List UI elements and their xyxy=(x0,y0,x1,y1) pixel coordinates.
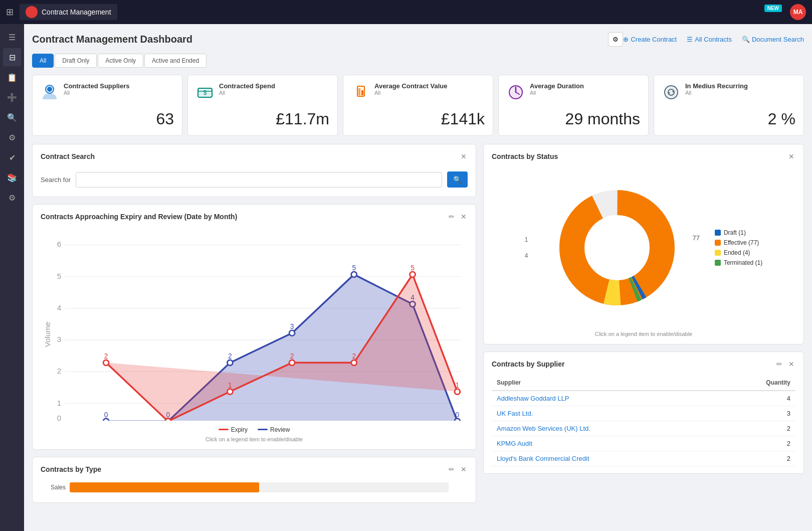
supplier-qty: 2 xyxy=(720,421,795,436)
contracts-by-status-widget: Contracts by Status ✕ 1 4 xyxy=(483,144,804,344)
svg-text:5: 5 xyxy=(352,264,356,272)
legend-review[interactable]: Review xyxy=(258,426,290,433)
supplier-qty: 3 xyxy=(720,406,795,421)
donut-label-4: 4 xyxy=(525,252,528,259)
expiry-review-header: Contracts Approaching Expiry and Review … xyxy=(41,212,468,222)
supplier-name[interactable]: Amazon Web Services (UK) Ltd. xyxy=(492,421,720,436)
supplier-qty: 2 xyxy=(720,436,795,451)
sidebar-add-icon[interactable]: ➕ xyxy=(3,88,21,106)
status-chart-hint: Click on a legend item to enable/disable xyxy=(492,331,795,337)
expiry-close-btn[interactable]: ✕ xyxy=(460,212,468,222)
bar-label-sales: Sales xyxy=(41,484,66,491)
svg-text:5: 5 xyxy=(411,264,415,272)
kpi-duration-name: Average Duration xyxy=(530,82,584,90)
contracts-by-status-header: Contracts by Status ✕ xyxy=(492,151,795,161)
supplier-close-btn[interactable]: ✕ xyxy=(787,359,795,369)
expiry-edit-btn[interactable]: ✏ xyxy=(448,212,456,222)
kpi-suppliers-name: Contracted Suppliers xyxy=(64,82,129,90)
contracts-by-supplier-title: Contracts by Supplier xyxy=(492,360,775,368)
kpi-contracted-spend: $ Contracted Spend All £11.7m xyxy=(187,75,338,136)
expiry-review-widget: Contracts Approaching Expiry and Review … xyxy=(32,204,476,450)
svg-text:0: 0 xyxy=(456,411,460,419)
supplier-name[interactable]: Lloyd's Bank Commercial Credit xyxy=(492,451,720,466)
supplier-name[interactable]: KPMG Audit xyxy=(492,436,720,451)
avatar[interactable]: MA xyxy=(790,4,806,20)
contracts-by-type-chart: Sales xyxy=(41,480,468,492)
kpi-avg-value: Average Contract Value All £141k xyxy=(343,75,493,136)
donut-chart-svg xyxy=(547,178,687,318)
right-column: Contracts by Status ✕ 1 4 xyxy=(483,144,804,503)
legend-terminated-color xyxy=(715,260,721,266)
sidebar-approve-icon[interactable]: ✔ xyxy=(3,148,21,166)
filter-tab-all[interactable]: All xyxy=(32,54,54,68)
sidebar-library-icon[interactable]: 📚 xyxy=(3,168,21,187)
legend-terminated[interactable]: Terminated (1) xyxy=(715,259,762,266)
type-edit-btn[interactable]: ✏ xyxy=(448,464,456,474)
type-close-btn[interactable]: ✕ xyxy=(460,464,468,474)
sidebar-config-icon[interactable]: ⚙ xyxy=(3,189,21,207)
table-row: Addleshaw Goddard LLP4 xyxy=(492,391,795,406)
kpi-recurring-icon xyxy=(662,83,680,105)
sidebar-contracts-icon[interactable]: 📋 xyxy=(3,68,21,86)
contract-search-close-btn[interactable]: ✕ xyxy=(460,151,468,161)
expiry-chart-area: 6 5 4 3 2 1 0 xyxy=(41,228,468,422)
new-badge: NEW xyxy=(764,5,782,12)
status-close-btn[interactable]: ✕ xyxy=(787,151,795,161)
legend-effective-label: Effective (77) xyxy=(724,239,759,246)
kpi-spend-name: Contracted Spend xyxy=(219,82,275,90)
legend-draft-label: Draft (1) xyxy=(724,229,746,236)
legend-ended-label: Ended (4) xyxy=(724,249,750,256)
grid-icon[interactable]: ⊞ xyxy=(6,7,14,18)
svg-text:3: 3 xyxy=(57,335,61,343)
donut-label-1-top: 1 xyxy=(525,236,528,243)
supplier-name[interactable]: UK Fast Ltd. xyxy=(492,406,720,421)
sidebar-menu-icon[interactable]: ☰ xyxy=(3,28,21,46)
all-contracts-label: All Contracts xyxy=(695,36,732,43)
table-row: KPMG Audit2 xyxy=(492,436,795,451)
col-supplier: Supplier xyxy=(492,375,720,391)
kpi-duration-sub: All xyxy=(530,90,584,96)
search-button[interactable]: 🔍 xyxy=(447,171,468,188)
sidebar-dashboard-icon[interactable]: ⊟ xyxy=(3,48,21,66)
expiry-chart-svg: 6 5 4 3 2 1 0 xyxy=(41,228,468,421)
create-contract-action[interactable]: ⊕ Create Contract xyxy=(623,36,677,43)
svg-point-39 xyxy=(351,272,357,277)
supplier-edit-btn[interactable]: ✏ xyxy=(775,359,783,369)
settings-button[interactable]: ⚙ xyxy=(608,32,623,47)
svg-text:1: 1 xyxy=(456,382,460,389)
legend-effective[interactable]: Effective (77) xyxy=(715,239,762,246)
sidebar-search-icon[interactable]: 🔍 xyxy=(3,108,21,126)
legend-expiry[interactable]: Expiry xyxy=(219,426,248,433)
svg-point-41 xyxy=(455,419,460,421)
legend-draft-color xyxy=(715,230,721,236)
filter-tab-draft[interactable]: Draft Only xyxy=(55,54,97,68)
search-input[interactable] xyxy=(76,172,442,188)
expiry-review-title: Contracts Approaching Expiry and Review … xyxy=(41,213,448,221)
filter-tab-active-ended[interactable]: Active and Ended xyxy=(144,54,207,68)
svg-point-56 xyxy=(455,389,460,395)
document-search-action[interactable]: 🔍 Document Search xyxy=(742,36,804,43)
all-contracts-action[interactable]: ☰ All Contracts xyxy=(687,36,732,43)
legend-draft[interactable]: Draft (1) xyxy=(715,229,762,236)
contracts-by-type-widget: Contracts by Type ✏ ✕ Sales xyxy=(32,457,476,503)
contract-search-header: Contract Search ✕ xyxy=(41,151,468,161)
logo-circle xyxy=(26,6,38,18)
kpi-suppliers-value: 63 xyxy=(41,110,174,128)
contracts-by-status-title: Contracts by Status xyxy=(492,152,787,160)
app-logo[interactable]: Contract Management xyxy=(20,4,117,20)
review-legend-label: Review xyxy=(270,426,290,433)
kpi-avgval-icon xyxy=(351,83,369,105)
sidebar-settings-icon[interactable]: ⚙ xyxy=(3,128,21,146)
svg-point-1 xyxy=(47,87,52,92)
expiry-chart-legend: Expiry Review xyxy=(41,426,468,433)
supplier-qty: 2 xyxy=(720,451,795,466)
kpi-spend-value: £11.7m xyxy=(196,110,329,128)
app-name: Contract Management xyxy=(42,8,111,16)
supplier-name[interactable]: Addleshaw Goddard LLP xyxy=(492,391,720,406)
supplier-qty: 4 xyxy=(720,391,795,406)
filter-tab-active[interactable]: Active Only xyxy=(98,54,143,68)
dashboard-grid: Contract Search ✕ Search for 🔍 Contrac xyxy=(32,144,804,503)
svg-text:0: 0 xyxy=(104,411,108,419)
legend-ended-color xyxy=(715,250,721,256)
legend-ended[interactable]: Ended (4) xyxy=(715,249,762,256)
